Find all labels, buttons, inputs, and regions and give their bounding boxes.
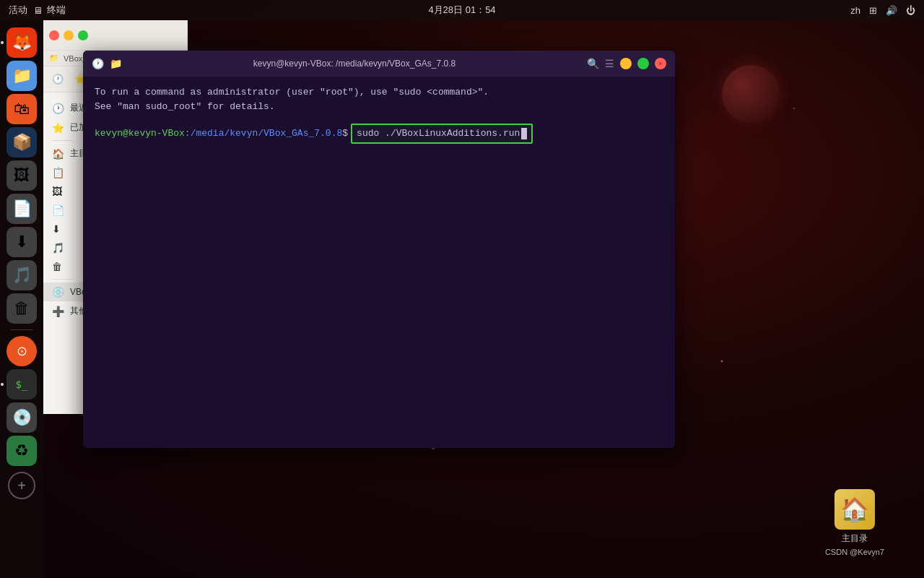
terminal-left-icons: 🕐 📁 (92, 58, 122, 69)
fm-maximize-button[interactable] (78, 30, 88, 40)
terminal-titlebar: 🕐 📁 kevyn@kevyn-VBox: /media/kevyn/VBox_… (83, 51, 675, 77)
dock-add-button[interactable]: + (8, 472, 35, 499)
dock-icon-cd[interactable]: 💿 (6, 402, 37, 433)
fm-x2-icon: 🖼 (52, 186, 62, 197)
dock-icon-firefox[interactable]: 🦊 (6, 27, 37, 58)
planet-decoration (722, 65, 780, 123)
fm-x6-icon: 🗑 (52, 261, 62, 272)
recycle-icon: ♻ (14, 441, 29, 460)
volume-icon[interactable]: 🔊 (886, 5, 897, 16)
fm-vbox-icon: 💿 (52, 286, 64, 298)
terminal-cursor (521, 128, 527, 139)
terminal-body[interactable]: To run a command as administrator (user … (83, 77, 675, 448)
topbar-left: 活动 🖥 终端 (9, 4, 66, 17)
topbar-app: 🖥 终端 (33, 4, 66, 17)
file-manager-titlebar (43, 20, 187, 51)
appstore-icon: 🛍 (14, 100, 30, 118)
virtualbox-icon: 📦 (12, 133, 32, 152)
topbar: 活动 🖥 终端 4月28日 01：54 zh ⊞ 🔊 ⏻ (0, 0, 924, 20)
fm-window-controls (49, 30, 88, 40)
dock-icon-virtualbox[interactable]: 📦 (6, 127, 37, 158)
fm-history-button[interactable]: 🕐 (48, 69, 67, 90)
home-icon-sublabel: CSDN @Kevyn7 (825, 548, 884, 556)
terminal-folder-icon[interactable]: 📁 (110, 58, 122, 69)
fm-x5-icon: 🎵 (52, 242, 64, 254)
music-icon: 🎵 (12, 266, 32, 285)
network-icon[interactable]: ⊞ (869, 5, 877, 16)
fm-x1-icon: 📋 (52, 167, 64, 178)
terminal-prompt-user: kevyn@kevyn-VBox (95, 126, 185, 141)
activities-button[interactable]: 活动 (9, 4, 27, 17)
fm-minimize-button[interactable] (64, 30, 74, 40)
dock-icon-documents[interactable]: 📄 (6, 194, 37, 224)
dock-icon-music[interactable]: 🎵 (6, 260, 37, 290)
dock-separator (11, 329, 32, 330)
terminal-text-1: To run a command as administrator (user … (95, 85, 489, 100)
power-icon[interactable]: ⏻ (906, 5, 915, 16)
terminal-right-icons: 🔍 ☰ × (587, 58, 666, 69)
terminal-prompt-line: kevyn@kevyn-VBox :/media/kevyn/VBox_GAs_… (95, 124, 663, 144)
terminal-menu-icon[interactable]: ☰ (605, 58, 614, 69)
fm-path-icon: 📁 (49, 53, 59, 63)
terminal-line-1: To run a command as administrator (user … (95, 85, 663, 100)
terminal-minimize-button[interactable] (620, 58, 632, 69)
dock-icon-files[interactable]: 📁 (6, 61, 37, 91)
terminal-prompt-dollar: $ (342, 126, 348, 141)
dock-icon-ubuntu[interactable]: ⊙ (6, 336, 37, 366)
dock-icon-photos[interactable]: 🖼 (6, 160, 37, 191)
trash-icon: 🗑 (14, 299, 30, 318)
files-icon: 📁 (12, 66, 32, 85)
home-icon-label: 主目录 (842, 532, 868, 545)
dock-icon-downloads[interactable]: ⬇ (6, 227, 37, 257)
desktop-home-icon[interactable]: 🏠 主目录 CSDN @Kevyn7 (825, 489, 884, 556)
terminal-line-2: See "man sudo_root" for details. (95, 100, 663, 114)
home-folder-icon: 🏠 (834, 489, 875, 530)
datetime-text: 4月28日 01：54 (428, 4, 495, 17)
topbar-datetime[interactable]: 4月28日 01：54 (428, 4, 495, 17)
fm-x3-icon: 📄 (52, 204, 64, 216)
fm-recent-icon: 🕐 (52, 103, 64, 114)
terminal-app-name: 终端 (47, 4, 66, 17)
terminal-command-text: sudo ./VBoxLinuxAdditions.run (357, 126, 520, 141)
ubuntu-icon: ⊙ (17, 343, 27, 359)
topbar-user[interactable]: zh (850, 5, 860, 16)
terminal-close-button[interactable]: × (655, 58, 666, 69)
downloads-icon: ⬇ (15, 233, 28, 251)
terminal-search-icon[interactable]: 🔍 (587, 58, 599, 69)
dock: 🦊 📁 🛍 📦 🖼 📄 ⬇ 🎵 🗑 ⊙ $_ 💿 ♻ (0, 20, 43, 578)
add-icon: + (17, 478, 26, 494)
firefox-icon: 🦊 (12, 33, 32, 52)
terminal-title: kevyn@kevyn-VBox: /media/kevyn/VBox_GAs_… (122, 59, 587, 69)
terminal-window: 🕐 📁 kevyn@kevyn-VBox: /media/kevyn/VBox_… (83, 51, 675, 448)
fm-starred-icon: ⭐ (52, 122, 64, 134)
terminal-prompt-path: :/media/kevyn/VBox_GAs_7.0.8 (185, 126, 342, 141)
dock-icon-appstore[interactable]: 🛍 (6, 94, 37, 124)
fm-other-icon: ➕ (52, 306, 64, 317)
fm-close-button[interactable] (49, 30, 59, 40)
cd-icon: 💿 (12, 408, 32, 427)
home-icon-symbol: 🏠 (840, 496, 869, 523)
terminal-maximize-button[interactable] (637, 58, 649, 69)
terminal-history-icon[interactable]: 🕐 (92, 58, 104, 69)
terminal-app-icon: 🖥 (33, 5, 43, 16)
dock-icon-terminal[interactable]: $_ (6, 369, 37, 400)
fm-x4-icon: ⬇ (52, 223, 61, 235)
terminal-text-2: See "man sudo_root" for details. (95, 100, 275, 114)
dock-icon-trash[interactable]: 🗑 (6, 293, 37, 324)
terminal-command-box: sudo ./VBoxLinuxAdditions.run (351, 124, 533, 144)
topbar-right: zh ⊞ 🔊 ⏻ (850, 5, 915, 16)
photos-icon: 🖼 (14, 166, 30, 185)
dock-icon-recycle[interactable]: ♻ (6, 436, 37, 466)
fm-home-icon: 🏠 (52, 148, 64, 160)
documents-icon: 📄 (12, 199, 32, 218)
terminal-icon: $_ (16, 379, 28, 390)
